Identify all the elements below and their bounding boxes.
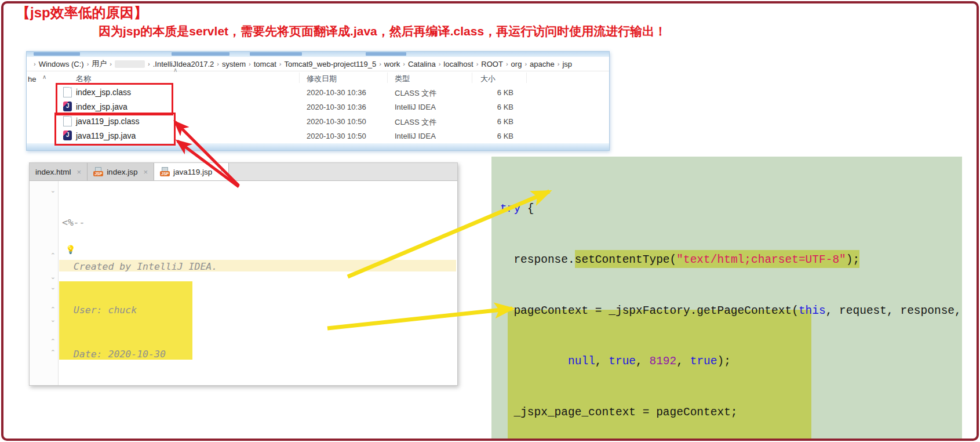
fold-marker-icon[interactable]: ⌄ [30, 314, 58, 325]
servlet-code: try { response.setContentType("text/html… [491, 157, 962, 439]
fold-marker-icon[interactable]: ⌄ [30, 185, 58, 196]
breadcrumb-item[interactable]: .IntelliJIdea2017.2 [153, 60, 214, 68]
breadcrumb-chevron-icon: › [278, 60, 283, 67]
breadcrumb-chevron-icon: › [523, 60, 528, 67]
code-line: <%-- [62, 218, 457, 229]
breadcrumb-item[interactable]: org [511, 60, 522, 68]
breadcrumb-item[interactable]: localhost [443, 60, 473, 68]
file-size: 6 KB [467, 132, 513, 140]
breadcrumb-chevron-icon: › [378, 60, 382, 67]
close-icon[interactable]: × [77, 168, 82, 176]
breadcrumb-item[interactable]: system [222, 60, 246, 68]
breadcrumb-chevron-icon: › [216, 60, 220, 67]
file-date: 2020-10-30 10:36 [307, 103, 366, 111]
breadcrumb-item[interactable]: tomcat [254, 60, 276, 68]
tab-label: index.html [35, 168, 71, 176]
breadcrumb-chevron-icon: › [32, 60, 37, 67]
file-size: 6 KB [467, 88, 513, 97]
tab-label: index.jsp [107, 168, 137, 176]
breadcrumb-chevron-icon: › [505, 60, 509, 67]
column-divider [472, 73, 472, 83]
fold-marker-icon[interactable] [30, 196, 58, 207]
editor-tab[interactable]: JSP java119.jsp × [154, 163, 229, 180]
column-divider [526, 73, 527, 83]
annotation-box-java119-files [54, 113, 176, 146]
breadcrumb-chevron-icon: › [147, 60, 151, 67]
fold-marker-icon[interactable] [30, 206, 58, 218]
toolbar-fragment [34, 52, 80, 56]
breadcrumb-item[interactable]: jsp [562, 60, 572, 68]
toolbar-fragment [250, 52, 302, 56]
code-line: try { [500, 203, 962, 216]
code-line: null, true, 8192, true); [500, 356, 962, 368]
fold-marker-icon[interactable]: ⌄ [30, 282, 58, 293]
column-divider [387, 73, 388, 83]
editor-gutter: ⌄ ⌃ ⌄ ⌄ ⌃ ⌄ ⌃ ⌃ [30, 181, 59, 385]
fold-marker-icon[interactable] [30, 239, 58, 250]
file-size: 6 KB [467, 103, 513, 111]
file-type: CLASS 文件 [395, 88, 436, 99]
breadcrumb-item[interactable]: Windows (C:) [39, 60, 84, 68]
fold-marker-icon[interactable] [30, 228, 58, 239]
file-date: 2020-10-30 10:50 [307, 132, 366, 140]
file-type: IntelliJ IDEA [395, 132, 436, 140]
breadcrumb-chevron-icon: › [108, 60, 113, 67]
fold-marker-icon[interactable]: ⌃ [30, 347, 58, 358]
page-subtitle: 因为jsp的本质是servlet，需要先将页面翻译成.java，然后再编译.cl… [99, 23, 666, 39]
fold-marker-icon[interactable]: ⌄ [30, 271, 58, 282]
toolbar-fragment [366, 52, 406, 56]
breadcrumb-chevron-icon: › [475, 60, 480, 67]
jsp-file-icon: JSP [93, 167, 104, 176]
fold-marker-icon[interactable] [30, 218, 58, 229]
breadcrumb-chevron-icon: › [247, 60, 252, 67]
editor-tab[interactable]: JSP index.jsp × [88, 163, 154, 180]
tab-label: java119.jsp [173, 168, 212, 176]
fold-marker-icon[interactable]: ⌃ [30, 336, 58, 347]
fold-marker-icon[interactable] [30, 260, 58, 271]
code-line: Date: 2020-10-30 [62, 349, 457, 360]
editor-tab-bar: JSP index.html × JSP index.jsp × JSP jav… [30, 163, 457, 181]
fold-marker-icon[interactable] [30, 325, 58, 336]
breadcrumb-chevron-icon: › [402, 60, 406, 67]
editor-body[interactable]: <%-- Created by IntelliJ IDEA. User: chu… [59, 181, 457, 385]
column-header-date[interactable]: 修改日期 [307, 74, 337, 84]
file-type: CLASS 文件 [395, 117, 436, 128]
editor-tab[interactable]: JSP index.html × [30, 163, 88, 180]
breadcrumb-item[interactable]: 用户 [92, 59, 107, 69]
breadcrumb-item[interactable]: apache [530, 60, 555, 68]
annotation-box-index-files [56, 83, 173, 115]
file-size: 6 KB [467, 117, 513, 126]
file-date: 2020-10-30 10:50 [307, 117, 366, 126]
close-icon[interactable]: × [143, 168, 148, 176]
toolbar-fragment [172, 52, 229, 56]
close-icon[interactable]: × [218, 168, 223, 176]
explorer-top-strip [27, 52, 609, 57]
breadcrumb-chevron-icon: › [438, 60, 442, 67]
code-line: User: chuck [62, 305, 457, 316]
page-title: 【jsp效率低的原因】 [16, 3, 148, 22]
intention-bulb-icon[interactable]: 💡 [65, 245, 75, 254]
breadcrumb-item[interactable] [115, 60, 145, 68]
column-header-type[interactable]: 类型 [395, 74, 410, 84]
breadcrumb-item[interactable]: Tomcat9_web-project119_5 [284, 60, 376, 68]
fold-marker-icon[interactable]: ⌃ [30, 304, 58, 315]
code-line: pageContext = _jspxFactory.getPageContex… [500, 305, 962, 318]
ide-editor: JSP index.html × JSP index.jsp × JSP jav… [29, 162, 458, 386]
file-date: 2020-10-30 10:36 [307, 88, 366, 97]
generated-servlet-panel: try { response.setContentType("text/html… [491, 157, 962, 439]
breadcrumb-item[interactable]: Catalina [408, 60, 436, 68]
code-line: _jspx_page_context = pageContext; [500, 407, 962, 419]
jsp-source-code: <%-- Created by IntelliJ IDEA. User: chu… [59, 181, 457, 385]
code-line: response.setContentType("text/html;chars… [500, 254, 962, 267]
breadcrumb-item[interactable]: ROOT [481, 60, 503, 68]
breadcrumb-chevron-icon: › [556, 60, 561, 67]
fold-marker-icon[interactable] [30, 293, 58, 304]
code-line: Created by IntelliJ IDEA. [62, 262, 457, 273]
fold-marker-icon[interactable]: ⌃ [30, 250, 58, 261]
breadcrumb-item[interactable]: work [384, 60, 400, 68]
jsp-file-icon: JSP [160, 167, 170, 176]
file-type: IntelliJ IDEA [395, 103, 436, 111]
column-header-size[interactable]: 大小 [480, 74, 496, 84]
breadcrumb-chevron-icon: › [86, 60, 90, 67]
column-divider [299, 73, 300, 83]
